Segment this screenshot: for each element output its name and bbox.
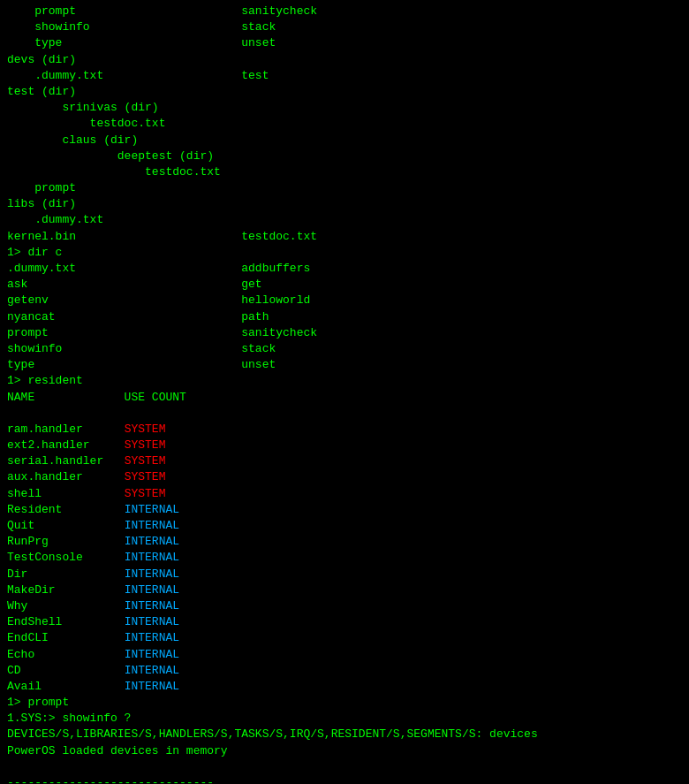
terminal-window: prompt sanitycheck showinfo stack type u… [7,4,682,784]
line-separator: ------------------------------ [7,775,682,784]
line-aux-handler: aux.handler SYSTEM [7,469,682,485]
line-17: .dummy.txt addbuffers [7,261,682,277]
line-2: showinfo stack [7,19,682,35]
line-15: kernel.bin testdoc.txt [7,229,682,245]
line-21: prompt sanitycheck [7,325,682,341]
line-prompt-cmd: 1> prompt [7,695,682,711]
line-poweros-msg: PowerOS loaded devices in memory [7,743,682,759]
line-1: prompt sanitycheck [7,4,682,19]
line-11: testdoc.txt [7,164,682,180]
line-9: claus (dir) [7,133,682,148]
line-blank-1 [7,406,682,422]
line-10: deeptest (dir) [7,148,682,164]
line-19: getenv helloworld [7,293,682,308]
line-runprg: RunPrg INTERNAL [7,534,682,550]
line-16-prompt: 1> dir c [7,245,682,261]
line-quit: Quit INTERNAL [7,518,682,534]
line-echo: Echo INTERNAL [7,647,682,663]
line-blank-2 [7,759,682,775]
line-serial-handler: serial.handler SYSTEM [7,453,682,469]
line-3: type unset [7,35,682,51]
line-5: .dummy.txt test [7,68,682,84]
line-cd: CD INTERNAL [7,663,682,679]
line-why: Why INTERNAL [7,598,682,614]
line-ram-handler: ram.handler SYSTEM [7,422,682,438]
line-8: testdoc.txt [7,116,682,132]
line-showinfo-cmd: 1.SYS:> showinfo ? [7,711,682,727]
line-25-header: NAME USE COUNT [7,390,682,406]
line-24-prompt: 1> resident [7,373,682,389]
line-13: libs (dir) [7,196,682,212]
line-resident: Resident INTERNAL [7,502,682,518]
line-endshell: EndShell INTERNAL [7,614,682,630]
line-18: ask get [7,277,682,293]
line-20: nyancat path [7,309,682,325]
line-endcli: EndCLI INTERNAL [7,630,682,646]
line-6: test (dir) [7,84,682,100]
line-devices-path: DEVICES/S,LIBRARIES/S,HANDLERS/S,TASKS/S… [7,727,682,742]
line-7: srinivas (dir) [7,100,682,116]
line-avail: Avail INTERNAL [7,679,682,695]
line-testconsole: TestConsole INTERNAL [7,550,682,566]
line-23: type unset [7,357,682,373]
line-ext2-handler: ext2.handler SYSTEM [7,438,682,453]
line-4: devs (dir) [7,52,682,68]
line-14: .dummy.txt [7,212,682,228]
line-12: prompt [7,180,682,196]
line-22: showinfo stack [7,341,682,357]
line-makedir: MakeDir INTERNAL [7,582,682,598]
line-shell: shell SYSTEM [7,486,682,502]
line-dir: Dir INTERNAL [7,567,682,582]
